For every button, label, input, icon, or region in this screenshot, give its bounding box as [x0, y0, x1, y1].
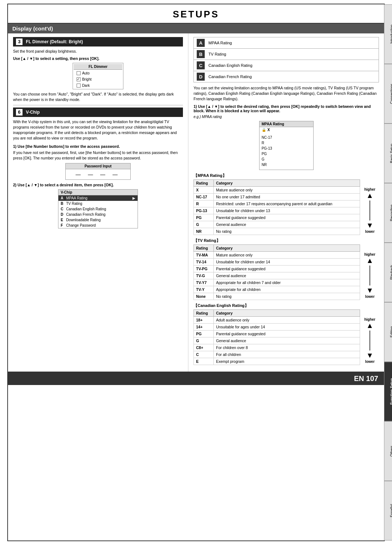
rating-label-A: MPAA Rating — [208, 41, 232, 45]
tv-row-G: TV-G General audience — [194, 272, 360, 279]
step3-body1: Set the front panel display brightness. — [13, 49, 183, 54]
ce-cell-E: E — [194, 358, 214, 365]
step3-body2: You can choose one from "Auto", "Bright"… — [13, 92, 183, 102]
page-number: EN 107 — [354, 374, 378, 383]
rating-label-C: Canadian English Rating — [208, 63, 252, 68]
tv-arrow-indicator: higher ▲ ▼ lower — [361, 244, 379, 300]
tab-recording[interactable]: Recording — [384, 183, 392, 243]
ce-cat-18: Adult audience only — [214, 316, 360, 323]
ce-cell-PG: PG — [194, 330, 214, 337]
ce-lower-label: lower — [365, 360, 375, 364]
right-column: A MPAA Rating B TV Rating C Canadian Eng… — [188, 33, 384, 372]
tv-cat-Y7: Appropriate for all children 7 and older — [214, 279, 360, 286]
tv-table-wrapper: Rating Category TV-MA Mature audience on… — [193, 244, 379, 300]
ce-arrow-up: ▲ — [366, 321, 373, 330]
mpaa-cell-X: X — [194, 186, 214, 193]
mpaa-small-box: MPAA Rating 🔒 X NC-17 R PG-13 PG G NR — [259, 121, 314, 170]
mpaa-row-NR: NR No rating — [194, 228, 360, 235]
mpaa-items: NC-17 R PG-13 PG G NR — [260, 135, 314, 167]
ce-cell-C8: C8+ — [194, 344, 214, 351]
vchip-letter-E: E — [61, 218, 65, 222]
vchip-item-E[interactable]: E Downloadable Rating — [58, 217, 138, 223]
mpaa-arrow-up: ▲ — [366, 191, 373, 200]
tab-editing[interactable]: Editing — [384, 302, 392, 362]
tv-table: Rating Category TV-MA Mature audience on… — [193, 244, 360, 300]
bottom-bar: EN 107 — [8, 372, 384, 385]
section-header: Display (cont'd) — [8, 24, 384, 33]
tab-connections[interactable]: Connections — [384, 64, 392, 123]
page-wrapper: Introduction Connections Basic Setup Rec… — [7, 4, 385, 541]
vchip-letter-A: A — [61, 196, 65, 200]
page-title: SETUPS — [8, 4, 384, 24]
tab-function-setup[interactable]: Function Setup — [384, 362, 392, 421]
ce-row-E: E Exempt program — [194, 358, 360, 365]
fl-dimmer-bright-row: Bright — [74, 77, 122, 82]
rating-label-B: TV Rating — [208, 52, 226, 56]
ce-cell-18: 18+ — [194, 316, 214, 323]
ce-cat-G: General audience — [214, 337, 360, 344]
tab-espanol[interactable]: Español — [384, 481, 392, 540]
vchip-item-F[interactable]: F Change Password — [58, 223, 138, 228]
bright-checkbox — [77, 77, 81, 81]
mpaa-table-wrapper: Rating Category X Mature audience only N… — [193, 179, 379, 235]
ce-cat-E: Exempt program — [214, 358, 360, 365]
step6-num: 6 — [16, 109, 23, 116]
tv-th-category: Category — [214, 244, 360, 251]
vchip-label-E: Downloadable Rating — [66, 218, 101, 222]
tv-cat-14: Unsuitable for children under 14 — [214, 258, 360, 265]
mpaa-th-rating: Rating — [194, 179, 214, 186]
tv-higher-label: higher — [364, 252, 376, 256]
mpaa-arrow-down: ▼ — [366, 221, 373, 230]
mpaa-cat-PG: Parental guidance suggested — [214, 214, 360, 221]
vchip-item-D[interactable]: D Canadian French Rating — [58, 212, 138, 217]
tv-cell-Y7: TV-Y7 — [194, 279, 214, 286]
tv-lower-label: lower — [365, 295, 375, 299]
mpaa-cat-R: Restricted: under 17 requires accompanyi… — [214, 200, 360, 207]
tab-others[interactable]: Others — [384, 421, 392, 481]
mpaa-selected-row: 🔒 X — [260, 127, 313, 133]
mpaa-cell-R: R — [194, 200, 214, 207]
dark-checkbox — [77, 84, 81, 88]
fl-dimmer-dark-row: Dark — [74, 83, 122, 88]
mpaa-section-label: 【MPAA Rating】 — [193, 173, 379, 178]
mpaa-lower-label: lower — [365, 230, 375, 234]
vchip-letter-B: B — [61, 202, 65, 206]
mpaa-row-X: X Mature audience only — [194, 186, 360, 193]
tv-row-Y: TV-Y Appropriate for all children — [194, 286, 360, 293]
ce-cat-C8: For children over 8 — [214, 344, 360, 351]
ce-cat-C: For all children — [214, 351, 360, 358]
mpaa-pg13: PG-13 — [260, 146, 314, 151]
vchip-letter-F: F — [61, 223, 65, 227]
tv-line — [369, 266, 370, 285]
vchip-label-B: TV Rating — [66, 202, 82, 206]
mpaa-nr: NR — [260, 162, 314, 167]
main-content: 3 FL Dimmer (Default: Bright) Set the fr… — [8, 33, 384, 372]
tab-basic-setup[interactable]: Basic Setup — [384, 123, 392, 183]
tab-playback[interactable]: Playback — [384, 243, 392, 302]
mpaa-row-PG: PG Parental guidance suggested — [194, 214, 360, 221]
tv-cell-PG: TV-PG — [194, 265, 214, 272]
tv-th-rating: Rating — [194, 244, 214, 251]
tv-cat-None: No rating — [214, 293, 360, 300]
tv-row-Y7: TV-Y7 Appropriate for all children 7 and… — [194, 279, 360, 286]
step6-header: 6 V-Chip — [13, 108, 183, 117]
vchip-item-B[interactable]: B TV Rating — [58, 201, 138, 206]
tab-introduction[interactable]: Introduction — [384, 4, 392, 64]
vchip-label-A: MPAA Rating — [66, 196, 87, 200]
mpaa-small-header: MPAA Rating — [260, 121, 313, 127]
vchip-letter-D: D — [61, 212, 65, 216]
tv-cell-MA: TV-MA — [194, 251, 214, 258]
rating-box-D: D — [197, 73, 205, 81]
mpaa-lock-icon: 🔒 — [262, 128, 266, 132]
mpaa-table: Rating Category X Mature audience only N… — [193, 179, 360, 235]
step3-header: 3 FL Dimmer (Default: Bright) — [13, 37, 183, 46]
mpaa-row-R: R Restricted: under 17 requires accompan… — [194, 200, 360, 207]
mpaa-pg: PG — [260, 151, 314, 157]
ce-row-18: 18+ Adult audience only — [194, 316, 360, 323]
rating-box-A: A — [197, 39, 205, 47]
ce-row-C: C For all children — [194, 351, 360, 358]
vchip-item-C[interactable]: C Canadian English Rating — [58, 206, 138, 212]
vchip-item-A[interactable]: A MPAA Rating ▶ — [58, 195, 138, 201]
rating-row-A: A MPAA Rating — [193, 37, 379, 48]
vchip-label-C: Canadian English Rating — [66, 207, 106, 211]
